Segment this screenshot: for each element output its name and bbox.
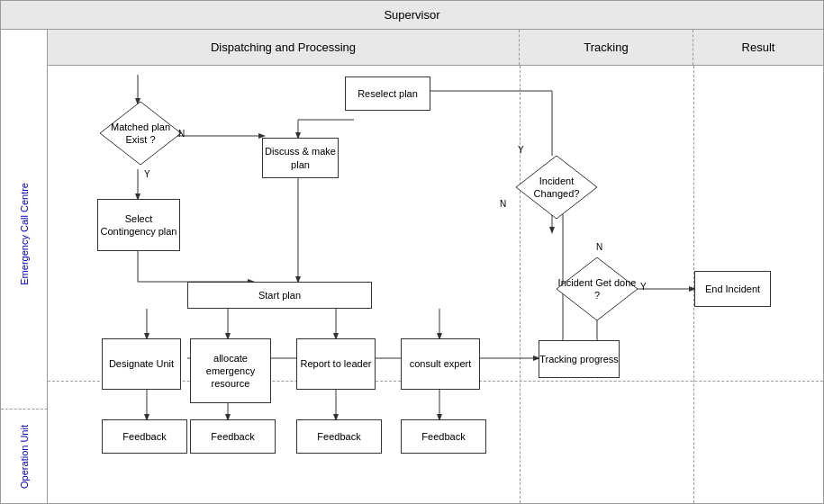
left-labels: Emergency Call Centre Operation Unit [1,30,48,503]
start-plan-box: Start plan [187,282,372,309]
allocate-emergency-box: allocate emergency resource [190,338,271,403]
feedback-box-3: Feedback [296,419,382,454]
feedback-box-2: Feedback [190,419,276,454]
ou-label: Operation Unit [19,425,30,489]
column-headers: Dispatching and Processing Tracking Resu… [48,30,823,66]
flow-label-y1: Y [144,169,150,179]
col-dispatching: Dispatching and Processing [48,30,520,65]
report-to-leader-box: Report to leader [296,338,376,390]
flow-label-n1: N [178,129,185,139]
diagram-container: Supervisor Emergency Call Centre Operati… [0,0,824,504]
incident-changed-label: Incident Changed? [516,156,597,219]
sep-tracking [520,66,521,503]
end-incident-box: End Incident [694,271,771,307]
select-contingency-box: Select Contingency plan [97,199,180,251]
supervisor-header: Supervisor [1,1,823,30]
feedback-box-4: Feedback [401,419,486,454]
feedback-box-1: Feedback [102,419,187,454]
ecc-label: Emergency Call Centre [18,183,31,285]
ecc-label-area: Emergency Call Centre [1,58,48,410]
discuss-make-box: Discuss & make plan [262,138,339,178]
matched-plan-label: Matched plan Exist ? [100,102,181,165]
flow-label-n2: N [500,199,506,209]
col-tracking: Tracking [520,30,693,65]
col-result: Result [693,30,823,65]
tracking-progress-box: Tracking progress [539,340,620,378]
main-area: Matched plan Exist ? Select Contingency … [48,66,823,503]
consult-expert-box: consult expert [401,338,480,390]
designate-unit-box: Designate Unit [102,338,181,390]
reselect-plan-box: Reselect plan [345,76,430,111]
flow-label-y2: Y [518,145,524,155]
flow-label-y3: Y [640,282,647,292]
ou-label-area: Operation Unit [1,410,48,503]
flow-label-n3: N [596,242,602,252]
incident-get-done-label: Incident Get done ? [557,257,638,320]
supervisor-title: Supervisor [384,8,439,22]
